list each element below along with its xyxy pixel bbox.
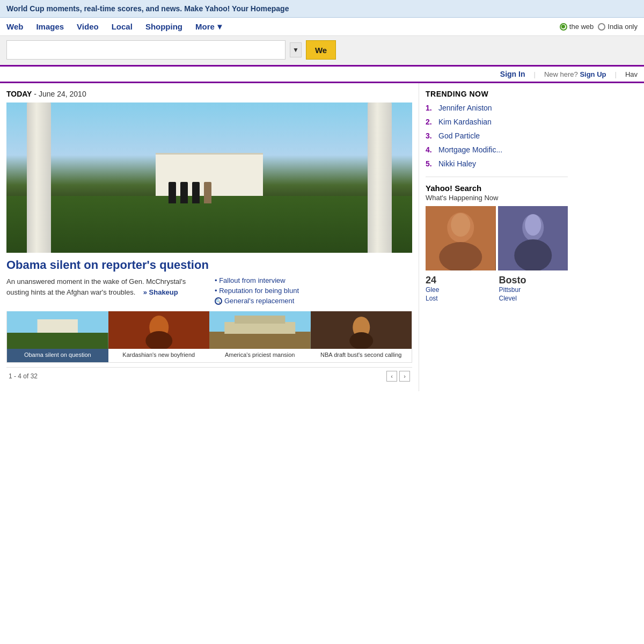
today-label: TODAY	[6, 90, 32, 98]
person-svg-1	[426, 206, 496, 270]
nav-shopping[interactable]: Shopping	[145, 22, 182, 31]
prev-arrow[interactable]: ‹	[386, 371, 397, 382]
divider: |	[533, 70, 535, 78]
today-date-value: June 24, 2010	[39, 90, 86, 98]
thumb-4[interactable]: NBA draft bust's second calling	[311, 311, 412, 362]
thumb-2[interactable]: Kardashian's new boyfriend	[108, 311, 210, 362]
col2-item-1[interactable]: Pittsbur	[499, 286, 568, 294]
link-fallout[interactable]: Fallout from interview	[219, 276, 286, 284]
article-description: An unanswered moment in the wake of Gen.…	[6, 276, 204, 305]
search-bar: ▼ We	[0, 36, 644, 67]
svg-rect-9	[235, 316, 285, 324]
link-item-2[interactable]: Reputation for being blunt	[215, 287, 412, 295]
svg-point-19	[514, 239, 552, 270]
search-link-row[interactable]: 🔍 General's replacement	[215, 297, 412, 305]
radio-web-label: the web	[569, 23, 594, 31]
sign-in-link[interactable]: Sign In	[500, 70, 525, 78]
svg-point-20	[525, 214, 541, 236]
top-banner: World Cup moments, real-time scores, and…	[0, 0, 644, 18]
generals-replacement-link[interactable]: General's replacement	[224, 297, 294, 305]
search-button[interactable]: We	[306, 40, 336, 60]
search-img-2[interactable]	[498, 206, 568, 270]
hero-image	[6, 103, 412, 253]
col1-item-2[interactable]: Lost	[426, 295, 495, 302]
main-layout: TODAY - June 24, 2010 Obama silent on re…	[0, 83, 644, 391]
nav-images[interactable]: Images	[36, 22, 64, 31]
signin-bar: Sign In | New here? Sign Up | Hav	[0, 67, 644, 83]
thumb-img-3	[209, 311, 311, 349]
trending-num-3: 3.	[426, 131, 434, 140]
col2-item-2[interactable]: Clevel	[499, 295, 568, 302]
lawn	[6, 196, 412, 253]
thumb-img-2	[108, 311, 210, 349]
trending-item-2: 2. Kim Kardashian	[426, 118, 568, 126]
banner-text: World Cup moments, real-time scores, and…	[6, 4, 289, 13]
nav-video[interactable]: Video	[77, 22, 99, 31]
trending-link-1[interactable]: Jennifer Aniston	[438, 104, 492, 112]
signup-text: New here? Sign Up	[544, 70, 606, 78]
main-content: TODAY - June 24, 2010 Obama silent on re…	[0, 83, 419, 391]
thumb-img-1	[7, 311, 108, 349]
link-item-1[interactable]: Fallout from interview	[215, 276, 412, 284]
article-row: An unanswered moment in the wake of Gen.…	[6, 276, 412, 305]
page-count: 1 - 4 of 32	[9, 372, 38, 380]
search-dropdown[interactable]: ▼	[290, 42, 302, 57]
figure-4	[204, 182, 211, 203]
today-date: -	[34, 90, 39, 98]
trending-item-3: 3. God Particle	[426, 131, 568, 140]
thumb-svg-1	[7, 311, 108, 349]
search-input[interactable]	[6, 40, 286, 60]
divider2: |	[614, 70, 616, 78]
trending-link-5[interactable]: Nikki Haley	[438, 159, 476, 168]
dropdown-arrow-icon: ▼	[292, 46, 299, 54]
nav-local[interactable]: Local	[112, 22, 133, 31]
nav-right: the web India only	[560, 23, 638, 31]
col2-num: Bosto	[499, 275, 568, 286]
thumb-svg-3	[209, 311, 311, 349]
thumb-svg-4	[311, 311, 412, 349]
next-arrow[interactable]: ›	[399, 371, 410, 382]
col1-item-1[interactable]: Glee	[426, 286, 495, 294]
col1-num: 24	[426, 275, 495, 286]
thumb-1[interactable]: Obama silent on question	[7, 311, 108, 362]
trending-item-5: 5. Nikki Haley	[426, 159, 568, 168]
more-dropdown[interactable]: More ▼	[195, 22, 224, 31]
thumbnail-strip: Obama silent on question Kardashian's ne…	[6, 311, 412, 362]
figures	[169, 182, 211, 203]
search-col-2: Bosto Pittsbur Clevel	[499, 275, 568, 303]
nav-bar: Web Images Video Local Shopping More ▼ t…	[0, 18, 644, 36]
yahoo-search-subtitle: What's Happening Now	[426, 194, 568, 202]
today-header: TODAY - June 24, 2010	[6, 90, 412, 98]
svg-point-12	[349, 332, 373, 349]
search-images-row	[426, 206, 568, 270]
radio-web[interactable]: the web	[560, 23, 594, 31]
search-img-1[interactable]	[426, 206, 496, 270]
svg-rect-2	[38, 319, 78, 333]
trending-link-2[interactable]: Kim Kardashian	[438, 118, 492, 126]
article-links: Fallout from interview Reputation for be…	[215, 276, 412, 305]
links-list: Fallout from interview Reputation for be…	[215, 276, 412, 295]
trending-item-1: 1. Jennifer Aniston	[426, 104, 568, 112]
hav-text: Hav	[625, 70, 638, 78]
radio-india[interactable]: India only	[598, 23, 638, 31]
figure-1	[169, 182, 176, 203]
thumb-label-4: NBA draft bust's second calling	[311, 349, 412, 362]
link-reputation[interactable]: Reputation for being blunt	[219, 287, 299, 295]
trending-item-4: 4. Mortgage Modific...	[426, 145, 568, 154]
nav-web[interactable]: Web	[6, 22, 23, 31]
trending-list: 1. Jennifer Aniston 2. Kim Kardashian 3.…	[426, 104, 568, 168]
thumb-svg-2	[108, 311, 210, 349]
article-headline[interactable]: Obama silent on reporter's question	[6, 258, 412, 272]
svg-rect-7	[209, 332, 311, 349]
radio-group: the web India only	[560, 23, 638, 31]
thumb-label-3: America's priciest mansion	[209, 349, 311, 362]
thumb-3[interactable]: America's priciest mansion	[209, 311, 311, 362]
whitehouse-scene	[6, 103, 412, 253]
radio-india-circle	[598, 23, 605, 31]
shakeup-link[interactable]: » Shakeup	[143, 288, 178, 296]
trending-link-4[interactable]: Mortgage Modific...	[438, 145, 502, 154]
trending-num-4: 4.	[426, 145, 434, 154]
trending-link-3[interactable]: God Particle	[438, 131, 480, 140]
sign-up-link[interactable]: Sign Up	[580, 70, 606, 78]
trending-num-1: 1.	[426, 104, 434, 112]
